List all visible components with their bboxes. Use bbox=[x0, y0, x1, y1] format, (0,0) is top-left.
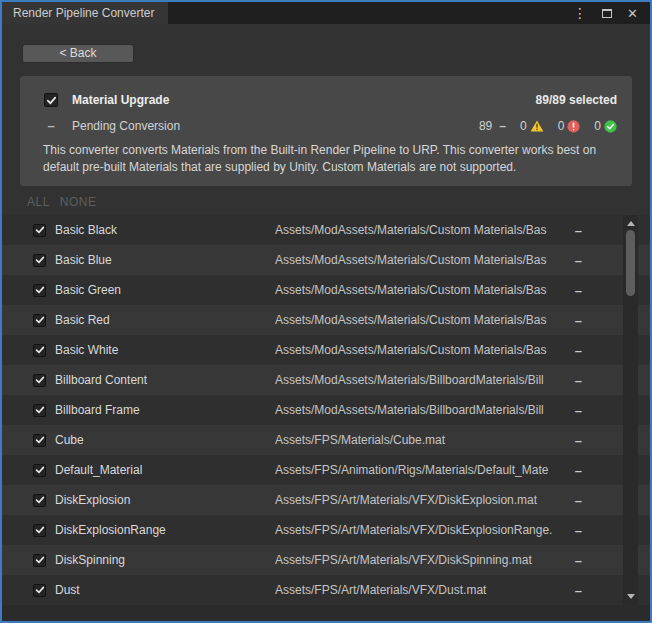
materials-list: Basic Black Assets/ModAssets/Materials/C… bbox=[2, 215, 650, 621]
back-button[interactable]: < Back bbox=[22, 44, 134, 63]
material-checkbox[interactable] bbox=[33, 494, 46, 507]
select-all-button[interactable]: ALL bbox=[27, 195, 50, 209]
material-checkbox[interactable] bbox=[33, 584, 46, 597]
material-row[interactable]: DiskExplosion Assets/FPS/Art/Materials/V… bbox=[2, 485, 650, 515]
material-path: Assets/ModAssets/Materials/BillboardMate… bbox=[275, 403, 570, 417]
error-count: 0 bbox=[558, 119, 565, 133]
window-controls: ⋮ ✕ bbox=[573, 2, 650, 24]
material-row[interactable]: Basic Blue Assets/ModAssets/Materials/Cu… bbox=[2, 245, 650, 275]
check-icon bbox=[35, 495, 45, 505]
material-path: Assets/ModAssets/Materials/Custom Materi… bbox=[275, 223, 570, 237]
material-row[interactable]: DiskExplosionRange Assets/FPS/Art/Materi… bbox=[2, 515, 650, 545]
material-checkbox[interactable] bbox=[33, 254, 46, 267]
material-row[interactable]: Cube Assets/FPS/Materials/Cube.mat – bbox=[2, 425, 650, 455]
material-checkbox[interactable] bbox=[33, 464, 46, 477]
material-name: Basic Black bbox=[55, 223, 275, 237]
material-path: Assets/FPS/Art/Materials/VFX/DiskExplosi… bbox=[275, 493, 570, 507]
row-status-dash-icon: – bbox=[570, 553, 582, 568]
warning-count: 0 bbox=[520, 119, 527, 133]
mixed-state-icon: – bbox=[44, 119, 58, 133]
scroll-down-arrow-icon[interactable] bbox=[627, 594, 635, 599]
material-name: DiskExplosion bbox=[55, 493, 275, 507]
material-checkbox[interactable] bbox=[33, 434, 46, 447]
material-row[interactable]: Billboard Frame Assets/ModAssets/Materia… bbox=[2, 395, 650, 425]
kebab-menu-icon[interactable]: ⋮ bbox=[573, 6, 587, 20]
material-row[interactable]: Basic Green Assets/ModAssets/Materials/C… bbox=[2, 275, 650, 305]
pending-conversion-row[interactable]: – Pending Conversion 89 – 0 0 0 bbox=[44, 118, 617, 134]
material-name: Cube bbox=[55, 433, 275, 447]
row-status-dash-icon: – bbox=[570, 223, 582, 238]
pending-dash-icon: – bbox=[499, 119, 506, 133]
material-checkbox[interactable] bbox=[33, 554, 46, 567]
material-path: Assets/FPS/Animation/Rigs/Materials/Defa… bbox=[275, 463, 570, 477]
close-icon[interactable]: ✕ bbox=[627, 7, 638, 20]
material-row[interactable]: DiskSpinning Assets/FPS/Art/Materials/VF… bbox=[2, 545, 650, 575]
warning-icon bbox=[530, 120, 544, 132]
scrollbar-thumb[interactable] bbox=[626, 230, 635, 296]
material-checkbox[interactable] bbox=[33, 314, 46, 327]
material-checkbox[interactable] bbox=[33, 404, 46, 417]
material-row[interactable]: Billboard Content Assets/ModAssets/Mater… bbox=[2, 365, 650, 395]
material-path: Assets/ModAssets/Materials/BillboardMate… bbox=[275, 373, 570, 387]
selection-controls: ALL NONE bbox=[27, 195, 97, 209]
pending-count: 89 bbox=[479, 119, 492, 133]
check-icon bbox=[35, 405, 45, 415]
pending-label: Pending Conversion bbox=[72, 119, 465, 133]
material-row[interactable]: Basic Red Assets/ModAssets/Materials/Cus… bbox=[2, 305, 650, 335]
check-icon bbox=[35, 435, 45, 445]
material-path: Assets/FPS/Art/Materials/VFX/DiskSpinnin… bbox=[275, 553, 570, 567]
material-checkbox[interactable] bbox=[33, 344, 46, 357]
tab-title: Render Pipeline Converter bbox=[13, 6, 154, 20]
check-icon bbox=[35, 285, 45, 295]
tab-bar-spacer bbox=[168, 2, 573, 24]
converter-checkbox[interactable] bbox=[44, 93, 58, 107]
check-icon bbox=[35, 585, 45, 595]
materials-rows: Basic Black Assets/ModAssets/Materials/C… bbox=[2, 215, 650, 605]
row-status-dash-icon: – bbox=[570, 283, 582, 298]
material-row[interactable]: Dust Assets/FPS/Art/Materials/VFX/Dust.m… bbox=[2, 575, 650, 605]
row-status-dash-icon: – bbox=[570, 343, 582, 358]
check-icon bbox=[35, 255, 45, 265]
success-icon bbox=[604, 120, 617, 133]
material-path: Assets/ModAssets/Materials/Custom Materi… bbox=[275, 253, 570, 267]
check-icon bbox=[35, 315, 45, 325]
check-icon bbox=[35, 375, 45, 385]
list-scrollbar[interactable] bbox=[623, 215, 638, 605]
material-name: Basic White bbox=[55, 343, 275, 357]
row-status-dash-icon: – bbox=[570, 493, 582, 508]
material-row[interactable]: Basic Black Assets/ModAssets/Materials/C… bbox=[2, 215, 650, 245]
check-icon bbox=[35, 465, 45, 475]
material-row[interactable]: Basic White Assets/ModAssets/Materials/C… bbox=[2, 335, 650, 365]
material-checkbox[interactable] bbox=[33, 284, 46, 297]
row-status-dash-icon: – bbox=[570, 373, 582, 388]
material-name: Billboard Content bbox=[55, 373, 275, 387]
tab-render-pipeline-converter[interactable]: Render Pipeline Converter bbox=[2, 2, 168, 24]
check-icon bbox=[35, 225, 45, 235]
material-name: Dust bbox=[55, 583, 275, 597]
row-status-dash-icon: – bbox=[570, 463, 582, 478]
success-count: 0 bbox=[594, 119, 601, 133]
converter-title: Material Upgrade bbox=[72, 93, 536, 107]
row-status-dash-icon: – bbox=[570, 523, 582, 538]
row-status-dash-icon: – bbox=[570, 403, 582, 418]
converter-panel: Material Upgrade 89/89 selected – Pendin… bbox=[20, 76, 632, 186]
scroll-up-arrow-icon[interactable] bbox=[627, 221, 635, 226]
material-name: DiskSpinning bbox=[55, 553, 275, 567]
material-path: Assets/FPS/Art/Materials/VFX/DiskExplosi… bbox=[275, 523, 570, 537]
material-checkbox[interactable] bbox=[33, 224, 46, 237]
material-path: Assets/FPS/Materials/Cube.mat bbox=[275, 433, 570, 447]
maximize-icon[interactable] bbox=[602, 9, 612, 18]
material-checkbox[interactable] bbox=[33, 374, 46, 387]
check-icon bbox=[35, 555, 45, 565]
tab-bar: Render Pipeline Converter ⋮ ✕ bbox=[2, 2, 650, 24]
select-none-button[interactable]: NONE bbox=[60, 195, 97, 209]
pending-stats: 89 – 0 0 0 bbox=[465, 119, 617, 133]
material-checkbox[interactable] bbox=[33, 524, 46, 537]
material-path: Assets/FPS/Art/Materials/VFX/Dust.mat bbox=[275, 583, 570, 597]
selected-count: 89/89 selected bbox=[536, 93, 617, 107]
check-icon bbox=[35, 345, 45, 355]
material-name: Default_Material bbox=[55, 463, 275, 477]
row-status-dash-icon: – bbox=[570, 583, 582, 598]
material-name: Basic Blue bbox=[55, 253, 275, 267]
material-row[interactable]: Default_Material Assets/FPS/Animation/Ri… bbox=[2, 455, 650, 485]
